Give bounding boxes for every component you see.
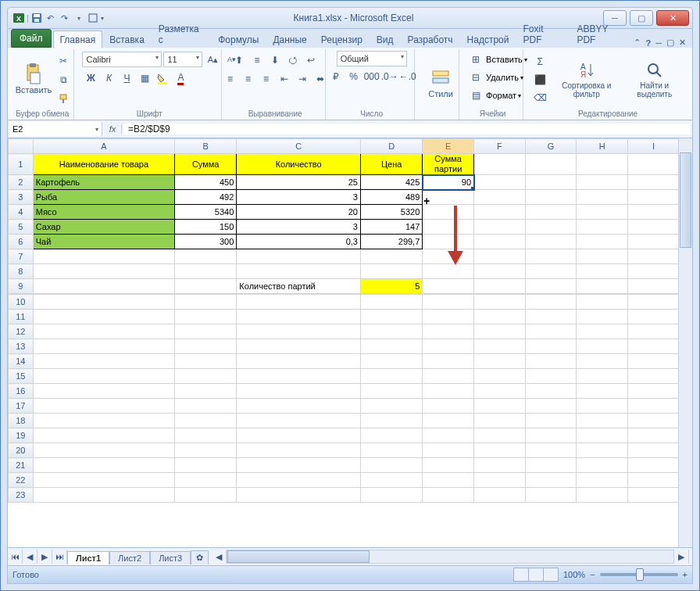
cell-F19[interactable] — [474, 428, 526, 443]
cell-D10[interactable] — [360, 295, 422, 310]
tab-developer[interactable]: Разработч — [401, 30, 460, 48]
doc-restore-icon[interactable]: ▢ — [666, 38, 674, 48]
cell-C17[interactable] — [237, 399, 361, 414]
cell-D13[interactable] — [360, 339, 422, 354]
cell-E13[interactable] — [423, 339, 474, 354]
tab-data[interactable]: Данные — [266, 30, 313, 48]
align-top-icon[interactable]: ⬆ — [230, 52, 248, 69]
cell-G9[interactable] — [525, 279, 577, 294]
cell-A23[interactable] — [33, 488, 174, 503]
cell-G23[interactable] — [525, 488, 577, 503]
cell-A7[interactable] — [33, 249, 174, 264]
cell-E21[interactable] — [423, 458, 474, 473]
cell-H14[interactable] — [577, 354, 628, 369]
cell-D19[interactable] — [360, 428, 422, 443]
cell-F23[interactable] — [474, 488, 526, 503]
cell-I1[interactable] — [628, 154, 680, 175]
sheet-tab-1[interactable]: Лист1 — [67, 551, 109, 564]
cell-H12[interactable] — [577, 324, 628, 339]
rowh-23[interactable]: 23 — [9, 488, 34, 503]
cell-B5[interactable]: 150 — [175, 220, 237, 235]
cell-G12[interactable] — [525, 324, 577, 339]
cells-format-button[interactable]: ▤Формат ▾ — [467, 87, 521, 104]
cell-G20[interactable] — [525, 443, 577, 458]
cell-G3[interactable] — [525, 190, 577, 205]
cell-H20[interactable] — [577, 443, 628, 458]
tab-file[interactable]: Файл — [11, 29, 52, 48]
cell-E18[interactable] — [423, 414, 474, 428]
cell-D8[interactable] — [360, 264, 422, 279]
cell-C2[interactable]: 25 — [237, 175, 361, 190]
sheet-nav-first[interactable]: ⏮ — [8, 550, 23, 564]
cell-E9[interactable] — [423, 279, 474, 294]
doc-min-icon[interactable]: ─ — [655, 38, 662, 48]
cell-B4[interactable]: 5340 — [175, 205, 237, 220]
close-button[interactable]: ✕ — [656, 10, 689, 26]
tab-foxit[interactable]: Foxit PDF — [516, 20, 570, 48]
cell-I3[interactable] — [628, 190, 680, 205]
clear-icon[interactable]: ⌫ — [531, 89, 548, 106]
cell-A3[interactable]: Рыба — [33, 190, 174, 205]
cell-F1[interactable] — [474, 154, 526, 175]
cut-icon[interactable]: ✂ — [55, 52, 72, 70]
cell-H16[interactable] — [577, 384, 628, 399]
cell-I12[interactable] — [628, 324, 680, 339]
align-right-icon[interactable]: ≡ — [258, 70, 275, 88]
rowh-7[interactable]: 7 — [9, 249, 34, 264]
sheet-nav-prev[interactable]: ◀ — [23, 550, 38, 564]
cell-B13[interactable] — [175, 339, 237, 354]
qat-more-icon[interactable]: ▾ — [73, 12, 85, 24]
zoom-slider[interactable] — [600, 573, 678, 576]
tab-abbyy[interactable]: ABBYY PDF — [570, 20, 634, 48]
cell-G18[interactable] — [525, 414, 577, 428]
cell-B21[interactable] — [175, 458, 237, 473]
wrap-text-icon[interactable]: ↩ — [302, 52, 320, 69]
rowh-9[interactable]: 9 — [9, 279, 34, 294]
rowh-13[interactable]: 13 — [9, 339, 34, 354]
cell-F15[interactable] — [474, 369, 526, 384]
cell-A12[interactable] — [33, 324, 174, 339]
cell-E20[interactable] — [423, 443, 474, 458]
cell-F8[interactable] — [474, 264, 526, 279]
doc-close-icon[interactable]: ✕ — [679, 38, 686, 48]
cell-B7[interactable] — [175, 249, 237, 264]
fill-color-button[interactable] — [154, 70, 171, 87]
view-layout-button[interactable] — [528, 568, 544, 582]
col-F[interactable]: F — [474, 139, 526, 154]
cell-I19[interactable] — [628, 428, 680, 443]
rowh-22[interactable]: 22 — [9, 473, 34, 488]
cell-E10[interactable] — [423, 295, 474, 310]
cell-H6[interactable] — [577, 235, 628, 249]
select-all-corner[interactable] — [9, 139, 34, 154]
cell-H17[interactable] — [577, 399, 628, 414]
cell-A15[interactable] — [33, 369, 174, 384]
styles-button[interactable]: Стили — [423, 67, 459, 100]
cell-I22[interactable] — [628, 473, 680, 488]
fill-icon[interactable]: ⬛ — [531, 71, 548, 88]
cell-B16[interactable] — [175, 384, 237, 399]
cell-B14[interactable] — [175, 354, 237, 369]
tab-view[interactable]: Вид — [370, 30, 401, 48]
cell-B9[interactable] — [175, 279, 237, 294]
cell-A4[interactable]: Мясо — [33, 205, 174, 220]
rowh-15[interactable]: 15 — [9, 369, 34, 384]
merge-icon[interactable]: ⬌ — [312, 70, 329, 88]
cell-C8[interactable] — [237, 264, 361, 279]
redo-icon[interactable]: ↷ — [59, 12, 71, 24]
vertical-scrollbar[interactable] — [678, 138, 692, 547]
italic-button[interactable]: К — [100, 70, 117, 87]
autosum-icon[interactable]: Σ — [531, 53, 548, 70]
accounting-icon[interactable]: ₽ — [327, 68, 345, 85]
cell-G5[interactable] — [525, 220, 577, 235]
cell-H11[interactable] — [577, 310, 628, 324]
cell-B23[interactable] — [175, 488, 237, 503]
number-format-combo[interactable]: Общий — [337, 51, 407, 66]
copy-icon[interactable]: ⧉ — [55, 71, 72, 88]
cell-A21[interactable] — [33, 458, 174, 473]
cell-H2[interactable] — [577, 175, 628, 190]
cell-A10[interactable] — [33, 295, 174, 310]
tab-layout[interactable]: Разметка с — [152, 20, 211, 48]
cell-H1[interactable] — [577, 154, 628, 175]
cell-C5[interactable]: 3 — [237, 220, 361, 235]
cell-G16[interactable] — [525, 384, 577, 399]
